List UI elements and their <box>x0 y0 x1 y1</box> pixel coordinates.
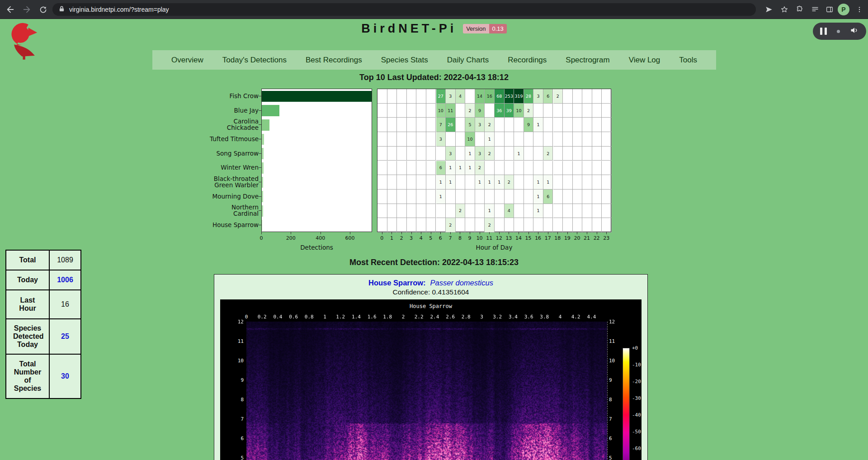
hour-axis-tick <box>499 232 500 234</box>
heatmap-cell <box>407 147 417 161</box>
bookmark-star-icon[interactable] <box>778 4 790 15</box>
detection-bar <box>262 119 269 131</box>
heatmap-cell: 3 <box>475 118 485 132</box>
heatmap-cell: 39 <box>505 104 514 118</box>
heatmap-cell: 1 <box>533 118 543 132</box>
heatmap-cell <box>495 118 505 132</box>
stat-value[interactable]: 25 <box>49 319 81 354</box>
time-axis-tick: 3.4 <box>505 314 521 320</box>
back-button[interactable] <box>5 4 16 15</box>
heatmap-cell <box>495 218 505 232</box>
stat-value[interactable]: 1006 <box>49 270 81 290</box>
heatmap-cell: 2 <box>505 175 514 190</box>
time-axis-tick: 1.4 <box>349 314 364 320</box>
heatmap-cell <box>592 161 602 175</box>
heatmap-cell <box>505 118 514 132</box>
extensions-icon[interactable] <box>794 4 806 15</box>
heatmap-cell: 1 <box>543 175 553 190</box>
reload-button[interactable] <box>37 4 49 15</box>
heatmap-cell <box>475 204 485 218</box>
heatmap-cell: 1 <box>514 147 524 161</box>
heatmap-cell <box>553 218 563 232</box>
colorbar-tick: -50 <box>632 429 645 435</box>
stat-label: Last Hour <box>6 290 49 319</box>
address-bar[interactable]: virginia.birdnetpi.com/?stream=play <box>52 3 756 16</box>
freq-axis-tick: 7 <box>609 416 620 422</box>
heatmap-cell <box>407 175 417 190</box>
heatmap-cell <box>495 204 505 218</box>
detection-bar <box>262 191 263 202</box>
heatmap-cell <box>475 132 485 147</box>
heatmap-cell <box>524 204 534 218</box>
heatmap-cell: 1 <box>485 175 495 190</box>
heatmap-cell <box>456 104 466 118</box>
hour-axis-tick <box>489 232 490 234</box>
colorbar-tick: +0 <box>632 345 645 351</box>
species-label: Song Sparrow <box>141 146 259 161</box>
heatmap-cell <box>573 218 583 232</box>
time-axis-tick: 4.2 <box>568 314 584 320</box>
bar-axis-tick <box>350 232 350 234</box>
heatmap-cell <box>592 118 602 132</box>
send-icon[interactable] <box>763 4 775 15</box>
heatmap-cell <box>582 147 592 161</box>
hour-axis-tick <box>567 232 568 234</box>
heatmap-cell: 4 <box>505 204 514 218</box>
heatmap-cell <box>514 190 524 204</box>
heatmap-cell <box>416 118 426 132</box>
heatmap-cell <box>475 218 485 232</box>
reading-list-icon[interactable] <box>809 4 821 15</box>
heatmap-cell <box>543 161 553 175</box>
heatmap-cell <box>514 204 524 218</box>
stats-table: Total1089Today1006Last Hour16Species Det… <box>5 250 81 399</box>
profile-avatar[interactable]: P <box>838 4 849 15</box>
menu-dots-icon[interactable] <box>854 4 865 15</box>
heatmap-cell <box>465 190 475 204</box>
heatmap-cell <box>543 204 553 218</box>
heatmap-cell <box>582 175 592 190</box>
heatmap-cell <box>505 161 514 175</box>
heatmap-cell <box>582 204 592 218</box>
heatmap-cell <box>524 218 534 232</box>
detection-species-link[interactable]: House Sparrow: <box>368 279 426 287</box>
heatmap-cell <box>436 147 446 161</box>
heatmap-cell <box>573 132 583 147</box>
heatmap-cell: 3 <box>446 147 456 161</box>
spectrogram-image: House Sparrow Frequency (kHz) 00.20.40.6… <box>220 299 642 460</box>
hour-axis-label: Hour of Day <box>377 244 611 251</box>
heatmap-cell <box>377 204 387 218</box>
heatmap-cell: 6 <box>436 161 446 175</box>
stats-row: Total Number of Species30 <box>6 354 81 398</box>
heatmap-cell <box>407 190 417 204</box>
heatmap-cell <box>407 118 417 132</box>
heatmap-cell: 2 <box>543 147 553 161</box>
heatmap-cell <box>416 89 426 104</box>
heatmap-cell <box>426 218 436 232</box>
detection-scientific-link[interactable]: Passer domesticus <box>430 279 493 287</box>
heatmap-cell <box>475 190 485 204</box>
heatmap-cell <box>563 218 573 232</box>
heatmap-cell <box>505 218 514 232</box>
heatmap-cell <box>543 132 553 147</box>
heatmap-cell <box>426 132 436 147</box>
heatmap-cell <box>465 218 475 232</box>
stat-value[interactable]: 30 <box>49 354 81 398</box>
heatmap-cell <box>592 175 602 190</box>
heatmap-cell <box>495 132 505 147</box>
heatmap-cell <box>387 175 397 190</box>
heatmap-cell <box>553 175 563 190</box>
bar-axis-tick-label: 400 <box>312 235 329 241</box>
heatmap-cell: 2 <box>475 161 485 175</box>
detection-bar <box>262 134 264 145</box>
time-axis-tick: 1.2 <box>333 314 348 320</box>
heatmap-cell <box>553 190 563 204</box>
hour-axis-tick <box>538 232 538 234</box>
heatmap-cell <box>407 161 417 175</box>
heatmap-cell <box>582 218 592 232</box>
freq-axis-tick: 8 <box>609 397 620 403</box>
forward-button[interactable] <box>21 4 33 15</box>
heatmap-cell <box>456 190 466 204</box>
heatmap-cell: 3 <box>475 147 485 161</box>
heatmap-cell <box>465 89 475 104</box>
side-panel-icon[interactable] <box>824 4 835 15</box>
